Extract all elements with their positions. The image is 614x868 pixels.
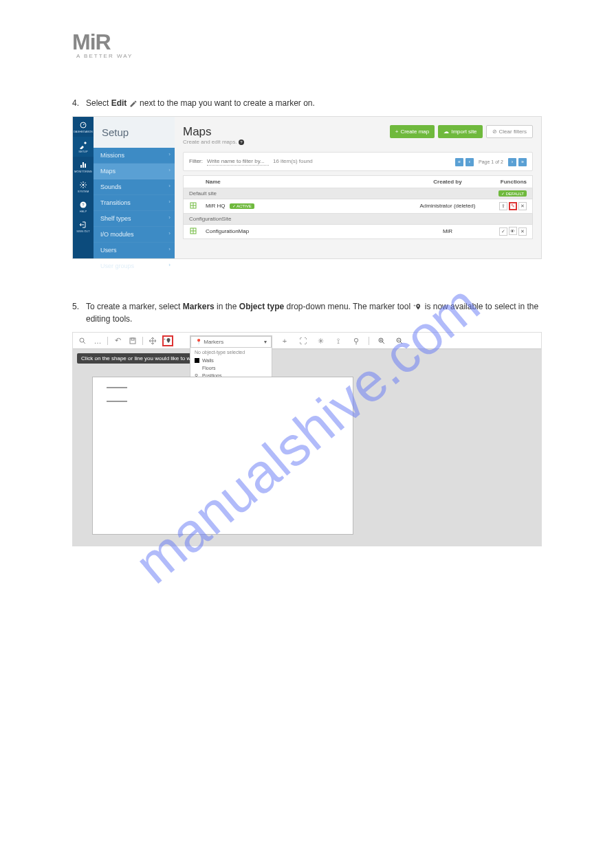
save-icon[interactable] (127, 335, 138, 346)
pager-last[interactable]: » (518, 158, 527, 166)
fullscreen-icon[interactable]: ⛶ (297, 335, 308, 346)
chevron-down-icon: ▾ (264, 339, 267, 345)
setup-menu: Setup Missions Maps Sounds Transitions S… (94, 117, 175, 258)
map-row-2: ConfigurationMap MiR ✓ 👁 ✕ (183, 225, 533, 239)
maps-content: Maps Create and edit maps. ? +Create map… (175, 117, 541, 258)
sidebar-monitoring[interactable]: MONITORING (73, 157, 94, 177)
menu-shelf-types[interactable]: Shelf types (94, 211, 175, 227)
gauge-icon (79, 121, 87, 129)
menu-users[interactable]: Users (94, 243, 175, 258)
default-badge: ✓ DEFAULT (498, 190, 527, 197)
dropdown-item-label: Walls (202, 358, 214, 363)
logo: MiR A BETTER WAY (72, 31, 542, 59)
map-name[interactable]: ConfigurationMap (203, 228, 410, 234)
menu-io-modules[interactable]: I/O modules (94, 227, 175, 243)
robot-icon[interactable]: ⚲ (351, 335, 362, 346)
logo-tagline: A BETTER WAY (76, 53, 542, 59)
pager-text: Page 1 of 2 (479, 159, 503, 164)
pager-next[interactable]: › (508, 158, 516, 166)
svg-text:+: + (164, 337, 166, 340)
filter-input[interactable] (207, 157, 269, 166)
marker-tool-button[interactable]: + (162, 335, 173, 346)
menu-user-groups[interactable]: User groups (94, 258, 175, 274)
map-creator: MiR (410, 228, 485, 234)
color-swatch (195, 366, 199, 370)
site-row-config: ConfigurationSite (183, 214, 533, 225)
svg-text:+: + (414, 303, 417, 307)
zoom-in-icon[interactable] (376, 335, 387, 346)
svg-rect-10 (131, 338, 134, 340)
step-5-text: To create a marker, select Markers in th… (86, 300, 542, 325)
map-creator: Administrator (deleted) (410, 203, 485, 209)
locate-icon[interactable]: ⟟ (333, 335, 344, 346)
map-icon (189, 227, 197, 235)
sidebar-signout[interactable]: SIGN OUT (73, 216, 94, 236)
pager-prev[interactable]: ‹ (465, 158, 474, 166)
center-icon[interactable]: ✳ (315, 335, 326, 346)
map-canvas[interactable] (92, 377, 353, 535)
activate-button[interactable]: ✓ (499, 227, 507, 236)
create-map-button[interactable]: +Create map (390, 125, 435, 138)
help-icon: ? (79, 201, 87, 209)
marker-tool-icon: + (413, 302, 422, 312)
setup-title: Setup (94, 117, 175, 148)
active-badge: ✓ ACTIVE (230, 203, 254, 209)
menu-transitions[interactable]: Transitions (94, 195, 175, 211)
undo-icon[interactable]: ↶ (112, 335, 123, 346)
delete-button[interactable]: ✕ (518, 202, 527, 210)
export-button[interactable]: ⇪ (499, 202, 507, 210)
sidebar-setup[interactable]: SETUP (73, 137, 94, 157)
filter-count: 16 item(s) found (273, 158, 313, 164)
info-icon[interactable]: ? (239, 140, 244, 145)
map-row-1: MiR HQ ✓ ACTIVE Administrator (deleted) … (183, 199, 533, 214)
sidebar-help[interactable]: ? HELP (73, 197, 94, 216)
sidebar-dashboards[interactable]: DASHBOARDS (73, 117, 94, 137)
view-button[interactable]: 👁 (509, 227, 517, 235)
dropdown-no-type: No object-type selected (190, 348, 272, 357)
dropdown-header[interactable]: 📍 Markers ▾ (190, 336, 272, 348)
step-5-number: 5. (72, 300, 86, 313)
map-editor-screenshot: … ↶ + Click on the shape or line you wou… (72, 332, 542, 546)
clear-filters-button[interactable]: ⊘Clear filters (486, 125, 533, 138)
wrench-icon (79, 141, 87, 149)
dropdown-item[interactable]: Floors (190, 364, 272, 372)
more-icon[interactable]: … (92, 335, 103, 346)
icon-sidebar: DASHBOARDS SETUP MONITORING SYSTEM ? HEL… (73, 117, 94, 258)
chart-icon (79, 161, 87, 169)
zoom-out-icon[interactable] (394, 335, 405, 346)
sidebar-system[interactable]: SYSTEM (73, 177, 94, 197)
color-swatch (195, 358, 199, 363)
page-title: Maps (183, 125, 244, 139)
page-subtitle: Create and edit maps. ? (183, 139, 244, 145)
dropdown-item-label: Floors (202, 366, 215, 370)
add-icon[interactable]: + (279, 335, 290, 346)
pager-first[interactable]: « (455, 158, 463, 166)
svg-rect-9 (130, 338, 135, 344)
svg-point-7 (417, 305, 419, 307)
step-4: 4. Select Edit next to the map you want … (72, 97, 542, 109)
filter-panel: Filter: 16 item(s) found « ‹ Page 1 of 2… (183, 152, 533, 171)
right-toolbar: + ⛶ ✳ ⟟ ⚲ (279, 335, 405, 346)
site-row-default: Default site ✓ DEFAULT (183, 188, 533, 199)
menu-sounds[interactable]: Sounds (94, 179, 175, 195)
import-site-button[interactable]: ☁Import site (438, 125, 482, 138)
map-icon (189, 201, 197, 210)
pencil-icon (129, 100, 138, 108)
col-functions: Functions (485, 179, 527, 185)
step-5: 5. To create a marker, select Markers in… (72, 300, 542, 325)
maps-screenshot: DASHBOARDS SETUP MONITORING SYSTEM ? HEL… (72, 116, 542, 259)
step-4-text: Select Edit next to the map you want to … (86, 97, 542, 109)
svg-point-1 (83, 183, 85, 186)
map-name[interactable]: MiR HQ (206, 203, 225, 209)
menu-missions[interactable]: Missions (94, 148, 175, 164)
exit-icon (79, 221, 87, 229)
move-icon[interactable] (147, 335, 158, 346)
delete-button[interactable]: ✕ (518, 227, 527, 236)
search-icon[interactable] (77, 335, 88, 346)
dropdown-item[interactable]: Walls (190, 357, 272, 364)
menu-maps[interactable]: Maps (94, 164, 175, 179)
logo-brand: MiR (72, 31, 542, 53)
wall-segment (107, 401, 127, 402)
filter-label: Filter: (189, 158, 203, 164)
edit-button[interactable]: ✎ (509, 202, 517, 210)
